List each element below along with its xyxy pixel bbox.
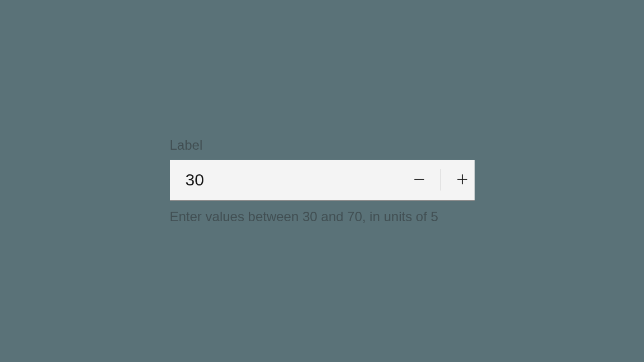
number-input-field[interactable] bbox=[170, 160, 398, 200]
add-icon bbox=[454, 172, 470, 189]
decrement-button[interactable] bbox=[398, 160, 441, 200]
svg-rect-0 bbox=[414, 179, 424, 180]
increment-button[interactable] bbox=[441, 160, 484, 200]
svg-rect-2 bbox=[462, 174, 463, 184]
number-input-container: Label Enter values betw bbox=[170, 137, 475, 225]
stepper-buttons bbox=[398, 160, 484, 200]
helper-text: Enter values between 30 and 70, in units… bbox=[170, 209, 475, 225]
subtract-icon bbox=[411, 172, 427, 189]
input-label: Label bbox=[170, 137, 475, 153]
input-wrapper bbox=[170, 160, 475, 201]
